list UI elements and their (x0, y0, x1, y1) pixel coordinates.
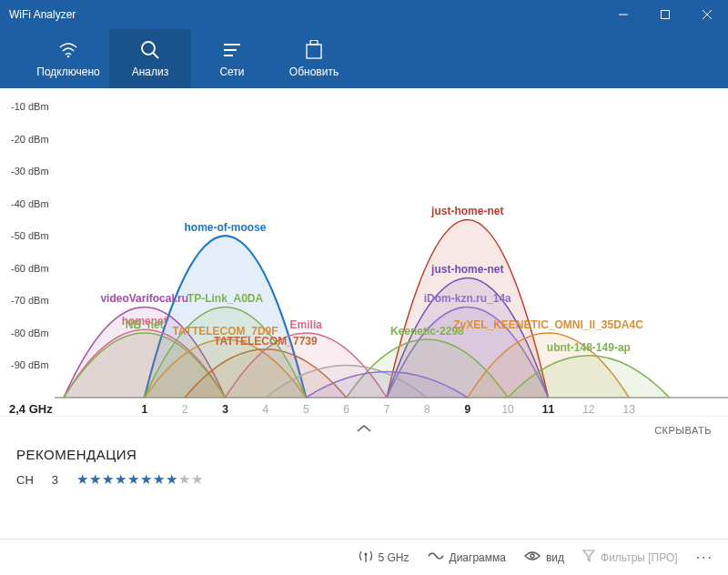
titlebar: WiFi Analyzer (0, 0, 728, 29)
nav-networks-label: Сети (219, 66, 244, 78)
x-tick-label: 12 (582, 403, 594, 416)
maximize-button[interactable] (644, 0, 686, 29)
x-tick-label: 3 (222, 403, 228, 416)
ssid-label: ZyXEL_KEENETIC_OMNI_II_35DA4C (453, 318, 643, 331)
recommend-ch-value: 3 (52, 473, 58, 487)
nav-analyze-label: Анализ (132, 66, 169, 78)
close-button[interactable] (686, 0, 728, 29)
x-tick-label: 11 (542, 403, 554, 416)
svg-point-4 (67, 55, 69, 57)
more-button[interactable]: ··· (696, 550, 713, 566)
y-tick-label: -70 dBm (11, 295, 49, 306)
nav-connected[interactable]: Подключено (27, 29, 109, 88)
rating-stars: ★★★★★★★★★★ (76, 471, 204, 488)
svg-point-5 (142, 42, 155, 55)
ssid-label: Emilia (290, 318, 322, 331)
y-tick-label: -90 dBm (11, 359, 49, 370)
ssid-label: just-home-net (431, 205, 503, 217)
nav-analyze[interactable]: Анализ (109, 29, 191, 88)
ssid-label: ubnt-148-149-ap (547, 341, 631, 354)
svg-point-14 (531, 554, 534, 558)
recommendation-title: РЕКОМЕНДАЦИЯ (16, 447, 712, 462)
y-tick-label: -60 dBm (11, 263, 49, 274)
y-tick-label: -80 dBm (11, 328, 49, 338)
diagram-toggle[interactable]: Диаграмма (428, 550, 506, 564)
x-tick-label: 9 (464, 403, 470, 416)
ssid-label: videoVarifocal.ru (100, 292, 188, 305)
app-title: WiFi Analyzer (9, 8, 602, 21)
svg-line-6 (153, 53, 158, 58)
list-icon (222, 39, 242, 61)
antenna-icon (359, 550, 373, 565)
ssid-label: TP-Link_A0DA (187, 292, 263, 305)
nav-refresh-label: Обновить (289, 66, 339, 78)
eye-icon (524, 550, 541, 564)
x-tick-label: 4 (263, 403, 269, 416)
collapse-row: СКРЫВАТЬ (0, 416, 728, 443)
svg-point-13 (364, 553, 367, 556)
view-toggle[interactable]: вид (524, 550, 564, 564)
filters-label: Фильтры [ПРО] (601, 551, 678, 564)
band-label: 2,4 GHz (9, 402, 53, 416)
recommendation-panel: РЕКОМЕНДАЦИЯ CH 3 ★★★★★★★★★★ (0, 443, 728, 497)
svg-rect-1 (662, 11, 670, 19)
x-tick-label: 2 (182, 403, 188, 416)
x-tick-label: 13 (623, 403, 635, 416)
x-tick-label: 8 (424, 403, 430, 416)
minimize-button[interactable] (602, 0, 644, 29)
recommend-ch-label: CH (16, 473, 34, 487)
package-icon (305, 39, 323, 61)
filters-button[interactable]: Фильтры [ПРО] (582, 550, 678, 565)
ssid-label: NB_net (126, 318, 164, 331)
x-tick-label: 7 (384, 403, 390, 416)
spectrum-chart: -10 dBm-20 dBm-30 dBm-40 dBm-50 dBm-60 d… (0, 88, 728, 416)
ssid-label: iDom-kzn.ru_14a (424, 292, 511, 305)
svg-rect-10 (307, 45, 321, 58)
recommendation-row: CH 3 ★★★★★★★★★★ (16, 471, 712, 488)
x-tick-label: 10 (501, 403, 513, 416)
wifi-icon (58, 39, 78, 61)
diagram-label: Диаграмма (450, 551, 506, 564)
bottom-toolbar: 5 GHz Диаграмма вид Фильтры [ПРО] ··· (0, 539, 728, 575)
y-tick-label: -30 dBm (11, 166, 49, 177)
wave-icon (428, 550, 444, 564)
y-tick-label: -20 dBm (11, 134, 49, 145)
view-label: вид (546, 551, 564, 564)
x-tick-label: 6 (343, 403, 349, 416)
x-tick-label: 1 (141, 403, 147, 416)
band-toggle-label: 5 GHz (379, 551, 410, 564)
magnifier-icon (140, 39, 160, 61)
y-tick-label: -40 dBm (11, 198, 49, 209)
y-tick-label: -10 dBm (11, 101, 49, 112)
nav-connected-label: Подключено (36, 66, 99, 78)
nav-networks[interactable]: Сети (191, 29, 273, 88)
ssid-label: just-home-net (431, 263, 503, 276)
chart-canvas (0, 88, 728, 416)
x-tick-label: 5 (303, 403, 309, 416)
navbar: Подключено Анализ Сети Обновить (0, 29, 728, 88)
y-tick-label: -50 dBm (11, 230, 49, 241)
band-toggle[interactable]: 5 GHz (359, 550, 410, 565)
ssid-label: home-of-moose (185, 221, 267, 234)
chevron-up-icon[interactable] (355, 423, 373, 437)
hide-button[interactable]: СКРЫВАТЬ (654, 425, 712, 436)
funnel-icon (582, 550, 595, 565)
ssid-label: TATTELECOM_7739 (214, 335, 318, 348)
nav-refresh[interactable]: Обновить (273, 29, 355, 88)
